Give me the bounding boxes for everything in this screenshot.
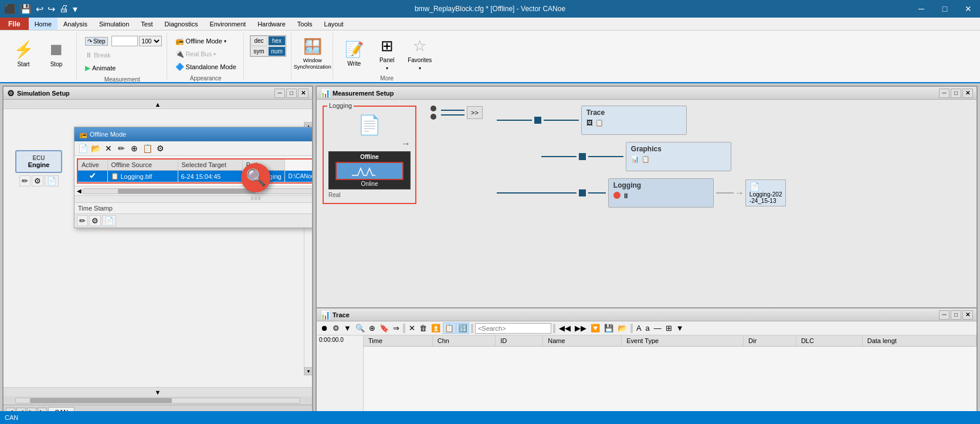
trace-tb-5[interactable]: ⊕ [367,323,377,334]
tools-menu[interactable]: Tools [291,18,318,30]
meas-minimize-btn[interactable]: ─ [939,89,950,98]
close-btn[interactable]: ✕ [957,0,980,18]
bottom-edit-icon[interactable]: ✏ [77,215,88,226]
trace-search-input[interactable] [475,323,551,334]
trace-tb-minus[interactable]: — [652,323,663,334]
sim-close-btn[interactable]: ✕ [298,89,308,98]
offline-copy-icon[interactable]: ⊕ [128,143,140,154]
graphics-icon-1[interactable]: 📊 [631,155,639,163]
trace-col-id[interactable]: ID [496,335,543,347]
meas-setup-controls[interactable]: ─ □ ✕ [939,89,973,98]
sim-collapse-bottom[interactable]: ▼ [4,387,312,396]
animate-button[interactable]: ▶ Animate [83,62,162,74]
trace-tb-4[interactable]: 🔍 [354,323,367,334]
offline-remove-icon[interactable]: ✕ [103,143,114,154]
quick-access-toolbar[interactable]: ⬛ 💾 ↩ ↪ 🖨 ▾ [3,2,79,16]
break-button[interactable]: ⏸ Break [83,49,162,61]
standalone-mode-button[interactable]: 🔷 Standalone Mode [173,61,239,73]
home-menu[interactable]: Home [29,18,57,30]
sim-collapse-top[interactable]: ▲ [4,100,312,109]
trace-col-dlc[interactable]: DLC [796,335,862,347]
active-checkbox[interactable] [89,172,96,179]
trace-tb-filter[interactable]: 🔽 [589,323,602,334]
real-bus-dropdown[interactable]: ▾ [213,52,216,57]
trace-panel-controls[interactable]: ─ □ ✕ [939,310,973,320]
test-menu[interactable]: Test [135,18,158,30]
sim-setup-controls[interactable]: ─ □ ✕ [274,89,308,98]
write-button[interactable]: 📝 Write [339,35,369,73]
hscroll-left-btn[interactable]: ◀ [77,188,82,194]
trace-tb-save[interactable]: 💾 [602,323,615,334]
ecu-doc-icon[interactable]: 📄 [45,175,59,186]
trace-tb-11[interactable]: 📋 [443,323,456,334]
trace-col-datalengt[interactable]: Data lengt [862,335,976,347]
trace-tb-3[interactable]: ▼ [342,323,353,334]
step-unit-select[interactable]: 100 [139,36,162,46]
save-quick-btn[interactable]: 💾 [19,2,33,16]
trace-tb-10[interactable]: ⏫ [429,323,442,334]
window-controls[interactable]: ─ □ ✕ [910,0,980,18]
trace-tb-font[interactable]: A [635,323,643,334]
favorites-button[interactable]: ☆ Favorites ▾ [405,35,435,73]
trace-tb-search-prev[interactable]: ◀◀ [557,323,572,334]
trace-tb-expand[interactable]: ⊞ [664,323,674,334]
offline-edit-icon[interactable]: ✏ [116,143,127,154]
offline-mode-dropdown[interactable]: ▾ [224,39,226,44]
trace-tb-scroll[interactable]: ▼ [674,323,686,334]
offline-paste-icon[interactable]: 📋 [141,143,153,154]
offline-import-icon[interactable]: 📂 [90,143,101,154]
trace-icon-2[interactable]: 📋 [595,119,603,127]
print-btn[interactable]: 🖨 [58,2,70,15]
panel-dropdown[interactable]: ▾ [386,66,388,71]
forward-btn[interactable]: >> [467,106,483,119]
trace-tb-9[interactable]: 🗑 [418,323,429,334]
environment-menu[interactable]: Environment [204,18,252,30]
trace-minimize-btn[interactable]: ─ [939,310,950,320]
hardware-menu[interactable]: Hardware [252,18,291,30]
favorites-dropdown[interactable]: ▾ [419,66,421,71]
vscroll-down-btn[interactable]: ▼ [304,367,312,375]
trace-tb-open[interactable]: 📂 [616,323,629,334]
simulation-menu[interactable]: Simulation [93,18,135,30]
trace-col-dir[interactable]: Dir [744,335,796,347]
window-sync-button[interactable]: 🪟 Window Synchronization [297,35,328,73]
search-overlay[interactable]: 🔍 [241,163,270,192]
step-value-input[interactable]: 100 [111,36,138,46]
trace-icon-1[interactable]: 🖼 [586,119,593,127]
trace-tb-12[interactable]: 🔢 [456,323,469,334]
trace-col-name[interactable]: Name [543,335,622,347]
ecu-edit-icon[interactable]: ✏ [19,175,30,186]
trace-tb-search-next[interactable]: ▶▶ [573,323,588,334]
maximize-btn[interactable]: □ [933,0,957,18]
trace-col-chn[interactable]: Chn [432,335,496,347]
logging-pause-icon[interactable]: ⏸ [622,192,629,200]
redo-btn[interactable]: ↪ [46,2,56,16]
hex-button[interactable]: hex [268,36,285,46]
trace-tb-7[interactable]: ⇒ [391,323,401,334]
offline-resize-handle[interactable]: ⠿⠿⠿ [74,195,312,202]
trace-tb-2[interactable]: ⚙ [331,323,341,334]
trace-restore-btn[interactable]: □ [951,310,961,320]
trace-tb-font-sm[interactable]: a [644,323,652,334]
real-bus-button[interactable]: 🔌 Real Bus ▾ [173,48,239,60]
start-button[interactable]: ⚡ Start [8,35,39,73]
sim-restore-btn[interactable]: □ [286,89,297,98]
ecu-config-icon[interactable]: ⚙ [32,175,43,186]
num-button[interactable]: num [268,46,285,56]
trace-close-btn[interactable]: ✕ [962,310,973,320]
file-menu[interactable]: File [0,18,29,30]
panel-button[interactable]: ⊞ Panel ▾ [372,35,402,73]
trace-col-time[interactable]: Time [364,335,432,347]
offline-mode-button[interactable]: 📻 Offline Mode ▾ [173,35,239,47]
trace-tb-1[interactable]: ⏺ [319,323,330,334]
row-active[interactable] [78,171,107,182]
dec-button[interactable]: dec [250,36,267,46]
layout-menu[interactable]: Layout [318,18,350,30]
analysis-menu[interactable]: Analysis [57,18,93,30]
undo-btn[interactable]: ↩ [35,2,45,16]
stop-button[interactable]: ⏹ Stop [41,35,72,73]
table-row[interactable]: 📋 Logging.blf 6-24 15:04:45 Bus Logging … [78,171,312,182]
offline-add-icon[interactable]: 📄 [77,143,89,154]
minimize-btn[interactable]: ─ [910,0,933,18]
offline-config-icon[interactable]: ⚙ [154,143,166,154]
